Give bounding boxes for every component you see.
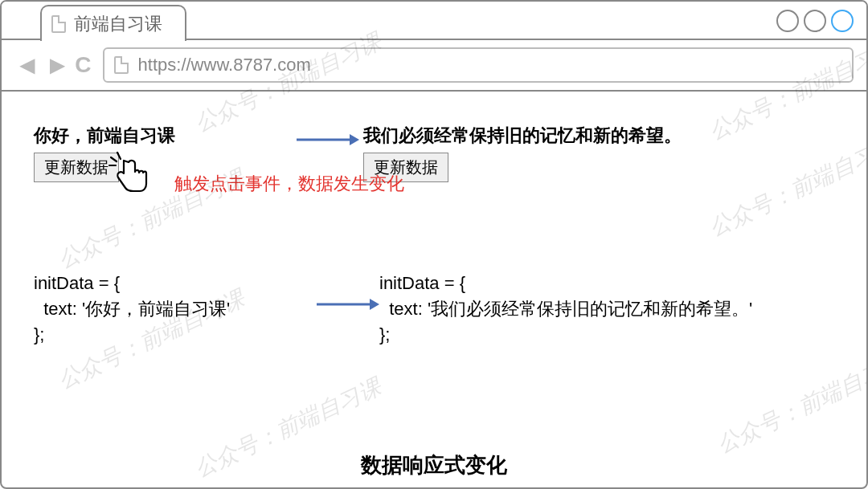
state-after: 我们必须经常保持旧的记忆和新的希望。 更新数据 bbox=[363, 124, 834, 182]
back-icon[interactable]: ◄ bbox=[14, 51, 40, 80]
code-line: text: '你好，前端自习课' bbox=[34, 299, 230, 319]
code-after: initData = { text: '我们必须经常保持旧的记忆和新的希望。' … bbox=[379, 271, 834, 348]
code-row: initData = { text: '你好，前端自习课' }; initDat… bbox=[34, 271, 834, 348]
code-line: text: '我们必须经常保持旧的记忆和新的希望。' bbox=[379, 299, 752, 319]
demo-row: 你好，前端自习课 更新数据 我们必须经常保持旧的记忆和新的希望。 更新数据 bbox=[34, 124, 834, 182]
address-bar-row: ◄ ► C https://www.8787.com bbox=[2, 40, 866, 92]
annotation-text: 触发点击事件，数据发生变化 bbox=[174, 172, 404, 196]
url-bar[interactable]: https://www.8787.com bbox=[103, 47, 854, 83]
window-control-3[interactable] bbox=[831, 10, 854, 32]
browser-window: 前端自习课 ◄ ► C https://www.8787.com 你好，前端自习… bbox=[0, 0, 868, 489]
svg-line-3 bbox=[111, 157, 117, 161]
code-line: }; bbox=[379, 324, 390, 344]
forward-icon[interactable]: ► bbox=[45, 51, 71, 80]
browser-tab[interactable]: 前端自习课 bbox=[40, 5, 186, 42]
url-text: https://www.8787.com bbox=[138, 55, 311, 75]
headline-before: 你好，前端自习课 bbox=[34, 124, 291, 148]
code-line: initData = { bbox=[379, 273, 465, 293]
click-hand-icon bbox=[106, 149, 151, 198]
arrow-icon bbox=[315, 271, 379, 319]
svg-line-2 bbox=[117, 153, 121, 159]
window-control-2[interactable] bbox=[804, 10, 826, 32]
page-icon bbox=[114, 56, 129, 74]
reload-icon[interactable]: C bbox=[75, 52, 91, 78]
svg-marker-1 bbox=[350, 134, 359, 145]
arrow-icon bbox=[291, 124, 363, 153]
page-content: 你好，前端自习课 更新数据 我们必须经常保持旧的记忆和新的希望。 更新数据 bbox=[2, 92, 866, 487]
watermark: 公众号：前端自习课 bbox=[712, 348, 868, 461]
page-icon bbox=[51, 15, 66, 33]
diagram-title: 数据响应式变化 bbox=[2, 451, 866, 479]
code-line: }; bbox=[34, 324, 44, 344]
tab-bar: 前端自习课 bbox=[2, 2, 866, 40]
window-control-1[interactable] bbox=[776, 10, 799, 32]
code-before: initData = { text: '你好，前端自习课' }; bbox=[34, 271, 315, 348]
headline-after: 我们必须经常保持旧的记忆和新的希望。 bbox=[363, 124, 834, 148]
tab-title: 前端自习课 bbox=[74, 12, 162, 36]
code-line: initData = { bbox=[34, 273, 120, 293]
window-controls bbox=[776, 10, 854, 32]
svg-marker-6 bbox=[370, 299, 379, 310]
